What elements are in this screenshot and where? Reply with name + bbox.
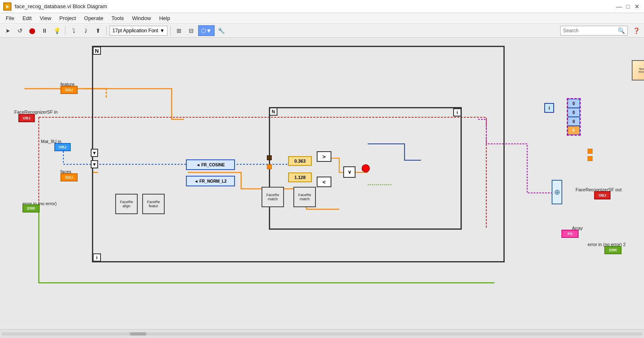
faces-terminal[interactable]: SGU xyxy=(60,173,78,181)
fr-norm-l2-label: ◄ FR_NORM_L2 xyxy=(194,179,226,184)
inner-loop-connector-1 xyxy=(267,155,272,160)
menu-window[interactable]: Window xyxy=(128,14,155,22)
help-button[interactable]: ❓ xyxy=(631,25,642,36)
connector-right-2 xyxy=(588,156,593,161)
outer-loop-n-label: N xyxy=(93,47,101,55)
pause-button[interactable]: ⏸ xyxy=(39,25,50,36)
close-button[interactable]: ✕ xyxy=(633,3,641,10)
outer-loop-i-label: i xyxy=(93,253,101,262)
separator-2 xyxy=(106,26,107,35)
font-arrow-icon: ▼ xyxy=(160,28,165,34)
fr-cosine-label: ◄ FR_COSINE xyxy=(196,163,225,167)
separator-3 xyxy=(170,26,171,35)
face-recog-in-terminal[interactable]: OBJ xyxy=(18,114,35,122)
const-1128-value: 1.128 xyxy=(294,175,306,180)
menu-project[interactable]: Project xyxy=(55,14,80,22)
less-than-node[interactable]: < xyxy=(317,177,331,187)
menu-edit[interactable]: Edit xyxy=(18,14,36,22)
clean-wire-button[interactable]: 🔧 xyxy=(216,25,227,36)
align-button[interactable]: ⊞ xyxy=(174,25,184,36)
facerecog-match1-label: FaceRe match xyxy=(262,193,283,201)
step-into-button[interactable]: ⤵ xyxy=(68,25,79,36)
font-name: 17pt Application Font xyxy=(112,28,158,34)
face-recog-out-terminal[interactable]: OBJ xyxy=(594,191,610,199)
diagram-area[interactable]: N i N i feature FaceRecognizerSF in Mat_… xyxy=(0,38,644,329)
restore-button[interactable]: □ xyxy=(624,3,632,10)
shift-reg-left-1[interactable]: ▼ xyxy=(91,149,98,157)
facerecog-match1-subvi[interactable]: FaceRe match xyxy=(262,187,284,207)
error-in-type: ERR xyxy=(27,206,35,210)
array-out-terminal[interactable]: PS xyxy=(561,230,579,238)
scroll-track[interactable] xyxy=(2,332,642,336)
select-node[interactable]: ∨ xyxy=(343,166,356,178)
select-icon: ∨ xyxy=(348,169,351,175)
menu-tools[interactable]: Tools xyxy=(107,14,128,22)
error-in2-terminal[interactable]: ERR xyxy=(604,246,622,254)
app-icon: ▶ xyxy=(3,2,11,11)
const-0363[interactable]: 0.363 xyxy=(288,156,312,166)
facerecog-match2-label: FaceRe match xyxy=(294,193,315,201)
scroll-thumb[interactable] xyxy=(130,332,146,336)
array-cell-0-2: 0 xyxy=(568,108,580,117)
menu-file[interactable]: File xyxy=(2,14,18,22)
lt-icon: < xyxy=(322,179,326,185)
face-recog-out-type: OBJ xyxy=(599,193,606,197)
highlight-button[interactable]: 💡 xyxy=(51,25,62,36)
step-out-button[interactable]: ⬆ xyxy=(93,25,103,36)
faces-type: SGU xyxy=(65,175,73,179)
search-input[interactable] xyxy=(563,28,616,34)
build-array-node[interactable]: ⊕ xyxy=(552,180,562,204)
boolean-dot xyxy=(362,164,370,172)
search-icon[interactable]: 🔍 xyxy=(618,27,625,34)
window-controls: — □ ✕ xyxy=(615,3,641,10)
array-display: 0 0 0 F xyxy=(567,98,581,136)
distribute-button[interactable]: ⊟ xyxy=(186,25,197,36)
shift-reg-left-2[interactable]: ▼ xyxy=(91,160,98,168)
error-in2-type: ERR xyxy=(609,248,617,252)
array-cell-0-1: 0 xyxy=(568,99,580,108)
array-cell-0-3: 0 xyxy=(568,117,580,126)
inner-loop-i-label: i xyxy=(453,108,461,116)
toolbar: ➤ ↺ ⬤ ⏸ 💡 ⤵ ⤸ ⬆ 17pt Application Font ▼ … xyxy=(0,24,644,38)
iteration-terminal-i: i xyxy=(544,103,554,113)
gt-icon: > xyxy=(322,154,326,160)
connector-right-1 xyxy=(588,149,593,154)
array-cell-f: F xyxy=(568,126,580,135)
reorder-button[interactable]: ⬡▼ xyxy=(198,25,215,36)
menu-help[interactable]: Help xyxy=(155,14,174,22)
minimize-button[interactable]: — xyxy=(615,3,623,10)
inner-loop-n-label: N xyxy=(269,107,277,116)
feature-terminal[interactable]: SGU xyxy=(60,86,78,94)
greater-than-node[interactable]: > xyxy=(317,151,331,162)
facerecog-featur-label: FaceRe featur xyxy=(143,200,164,208)
mat-8u-in-type: OBJ xyxy=(59,145,67,149)
menu-operate[interactable]: Operate xyxy=(80,14,107,22)
fr-cosine-block[interactable]: ◄ FR_COSINE xyxy=(186,159,235,170)
inner-loop-connector-2 xyxy=(267,164,272,169)
menu-view[interactable]: View xyxy=(36,14,55,22)
menu-bar: File Edit View Project Operate Tools Win… xyxy=(0,13,644,24)
window-title: face_recog_database.vi Block Diagram xyxy=(15,3,612,9)
fr-norm-l2-block[interactable]: ◄ FR_NORM_L2 xyxy=(186,176,235,186)
array-out-type: PS xyxy=(568,232,572,236)
step-over-button[interactable]: ⤸ xyxy=(80,25,91,36)
search-box[interactable]: 🔍 xyxy=(560,26,628,36)
error-in-terminal[interactable]: ERR xyxy=(22,204,40,213)
facerecog-featur-subvi[interactable]: FaceRe featur xyxy=(142,194,165,214)
const-0363-value: 0.363 xyxy=(294,159,306,163)
const-1128[interactable]: 1.128 xyxy=(288,172,312,182)
face-recog-in-type: OBJ xyxy=(23,116,31,120)
font-selector[interactable]: 17pt Application Font ▼ xyxy=(110,26,168,36)
scrollbar-bottom[interactable] xyxy=(0,329,644,338)
facerecog-align-subvi[interactable]: FaceRe align xyxy=(115,194,138,214)
title-bar: ▶ face_recog_database.vi Block Diagram —… xyxy=(0,0,644,13)
facerecog-align-label: FaceRe align xyxy=(116,200,137,208)
feature-terminal-type: SGU xyxy=(65,88,73,92)
separator-1 xyxy=(65,26,65,35)
build-array-icon: ⊕ xyxy=(554,188,560,197)
run-button[interactable]: ➤ xyxy=(2,25,13,36)
facerecog-match2-subvi[interactable]: FaceRe match xyxy=(293,187,316,207)
run-continuously-button[interactable]: ↺ xyxy=(15,25,25,36)
abort-button[interactable]: ⬤ xyxy=(27,25,38,36)
mat-8u-in-terminal[interactable]: OBJ xyxy=(54,143,71,151)
